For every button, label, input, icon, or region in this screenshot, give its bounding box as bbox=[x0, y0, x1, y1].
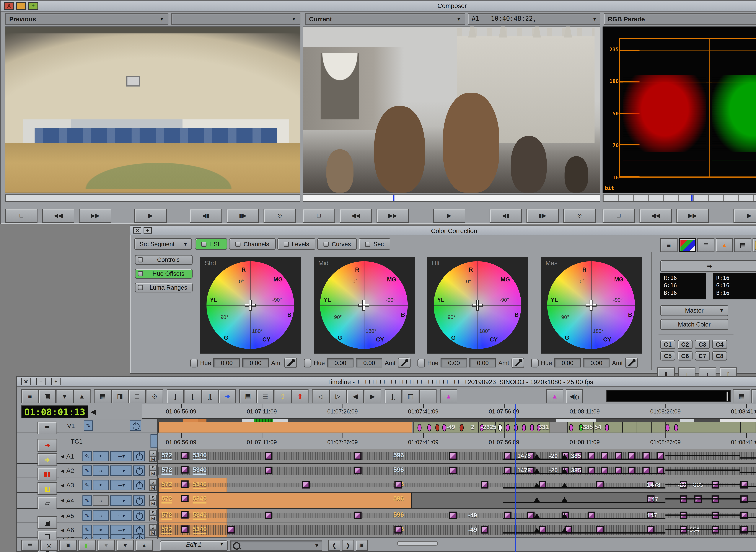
gain-keyframe-icon[interactable] bbox=[181, 495, 189, 503]
volume-automation-line[interactable] bbox=[503, 473, 665, 474]
target-icon[interactable]: ◎ bbox=[40, 540, 57, 551]
keyframe-diamond-icon[interactable] bbox=[418, 424, 422, 431]
keyframe-diamond-icon[interactable] bbox=[665, 424, 669, 431]
track-header-a4[interactable]: ◀A4✎≈·–·▾SM bbox=[59, 493, 158, 508]
automation-keyframe-icon[interactable] bbox=[534, 483, 540, 488]
correction-info-icon[interactable]: ▤ bbox=[734, 238, 751, 252]
correction-c4-button[interactable]: C4 bbox=[712, 340, 727, 349]
trim-icon[interactable]: ][ bbox=[201, 389, 218, 403]
yellow-segment-icon[interactable]: ◧ bbox=[37, 482, 57, 495]
position-indicator[interactable] bbox=[393, 195, 394, 201]
volume-automation-line[interactable] bbox=[740, 457, 756, 458]
solo-button[interactable]: S bbox=[149, 465, 157, 470]
eyedropper-icon[interactable] bbox=[284, 358, 297, 368]
collapse-arrow-icon[interactable]: ◀ bbox=[91, 408, 96, 416]
rewind-button[interactable]: ◀◀ bbox=[639, 209, 672, 223]
correction-c7-button[interactable]: C7 bbox=[695, 351, 710, 361]
monitor-icon[interactable]: ▣ bbox=[37, 516, 57, 529]
wheel-crosshair[interactable] bbox=[586, 300, 596, 310]
hue-wheel-mid[interactable]: MidRMGBCYGYL0°-90°180°90° bbox=[314, 257, 415, 354]
tab-curves[interactable]: Curves bbox=[317, 238, 357, 250]
blank-button[interactable] bbox=[419, 389, 437, 403]
pencil-icon[interactable]: ✎ bbox=[83, 495, 92, 506]
lift-icon[interactable]: ⇧ bbox=[274, 389, 291, 403]
render-icon[interactable]: ▦ bbox=[94, 389, 111, 403]
volume-automation-line[interactable] bbox=[665, 455, 740, 456]
copy-color-arrow-button[interactable]: ➡ bbox=[660, 260, 756, 272]
current-position-bar[interactable] bbox=[303, 194, 600, 202]
close-icon[interactable]: ✕ bbox=[21, 378, 30, 385]
mark-in-icon[interactable]: [ bbox=[184, 389, 201, 403]
mute-button[interactable]: M bbox=[149, 516, 157, 522]
automation-keyframe-icon[interactable] bbox=[534, 454, 540, 458]
wheel-gradient[interactable]: RMGBCYGYL0°-90°180°90° bbox=[320, 261, 408, 349]
play-button[interactable]: ▶ bbox=[733, 209, 756, 223]
tab-sec[interactable]: Sec bbox=[359, 238, 390, 250]
extract-icon[interactable]: ⇧ bbox=[291, 389, 308, 403]
cc-preset-dropdown[interactable]: Src Segment ▼ bbox=[134, 238, 192, 250]
overwrite-arrow-icon[interactable]: ➔ bbox=[37, 453, 57, 466]
amt-value-field[interactable]: 0.00 bbox=[356, 358, 383, 367]
volume-automation-line[interactable] bbox=[665, 529, 740, 530]
gain-keyframe-icon[interactable] bbox=[181, 525, 189, 533]
waveform-icon[interactable]: ≈ bbox=[93, 525, 109, 535]
automation-keyframe-icon[interactable] bbox=[562, 483, 568, 488]
gain-keyframe-icon[interactable] bbox=[354, 512, 362, 519]
track-content-a6[interactable]: 5725340596-49-554 bbox=[158, 523, 756, 537]
track-header-a5[interactable]: ◀A5✎≈·–·▾SM bbox=[59, 509, 158, 523]
previous-monitor-frame[interactable] bbox=[5, 26, 300, 192]
power-icon[interactable] bbox=[130, 420, 141, 431]
gain-keyframe-icon[interactable] bbox=[740, 481, 748, 489]
mark-out-icon[interactable]: ] bbox=[167, 389, 184, 403]
go-to-out-button[interactable]: ▮▶ bbox=[526, 209, 559, 223]
correction-c3-button[interactable]: C3 bbox=[695, 340, 710, 349]
gain-keyframe-icon[interactable] bbox=[481, 526, 488, 534]
eyedropper-icon[interactable] bbox=[625, 358, 638, 368]
prev-icon[interactable]: ❮ bbox=[328, 540, 340, 551]
automation-keyframe-icon[interactable] bbox=[562, 468, 568, 473]
side-tab-controls[interactable]: Controls bbox=[135, 255, 192, 265]
keyframe-icon[interactable]: ·–·▾ bbox=[110, 495, 132, 506]
current-monitor-frame[interactable] bbox=[303, 26, 600, 192]
pencil-icon[interactable]: ✎ bbox=[83, 465, 92, 476]
keyframe-diamond-icon[interactable] bbox=[435, 424, 439, 431]
bars-icon[interactable]: ▤ bbox=[21, 540, 38, 551]
gain-keyframe-icon[interactable] bbox=[740, 512, 748, 519]
go-to-in-button[interactable]: ◀▮ bbox=[190, 209, 222, 223]
frame-box-button[interactable]: □ bbox=[5, 209, 37, 223]
side-tab-luma-ranges[interactable]: Luma Ranges bbox=[135, 283, 192, 292]
composer-titlebar[interactable]: X − + Composer bbox=[1, 1, 756, 11]
timeline-titlebar[interactable]: ✕ − + Timeline - +++++++++++++++++++++++… bbox=[17, 377, 756, 387]
volume-automation-line[interactable] bbox=[740, 531, 756, 533]
track-list-icon[interactable]: ≣ bbox=[37, 422, 57, 434]
maximize-icon[interactable]: + bbox=[144, 227, 152, 234]
gain-keyframe-icon[interactable] bbox=[449, 452, 457, 460]
power-icon[interactable] bbox=[133, 525, 145, 535]
power-icon[interactable] bbox=[133, 451, 145, 461]
hue-enable-button[interactable] bbox=[418, 359, 425, 367]
hue-wheel-hlt[interactable]: HltRMGBCYGYL0°-90°180°90° bbox=[427, 257, 528, 354]
wheel-crosshair[interactable] bbox=[472, 300, 482, 310]
correction-c6-button[interactable]: C6 bbox=[677, 351, 693, 361]
scope-menu[interactable]: RGB Parade▼ bbox=[604, 13, 756, 25]
segment-overwrite-icon[interactable]: ▤ bbox=[239, 389, 257, 403]
correction-c2-button[interactable]: C2 bbox=[677, 340, 693, 349]
eyedropper-icon[interactable] bbox=[398, 358, 411, 368]
rewind-button[interactable]: ◀◀ bbox=[340, 209, 372, 223]
frame-box-button[interactable]: □ bbox=[303, 209, 335, 223]
automation-keyframe-icon[interactable] bbox=[562, 454, 568, 458]
gain-keyframe-icon[interactable] bbox=[449, 512, 457, 519]
match-color-button[interactable]: Match Color bbox=[660, 319, 728, 330]
waveform-icon[interactable]: ≈ bbox=[93, 451, 109, 461]
hue-enable-button[interactable] bbox=[531, 359, 539, 367]
tab-levels[interactable]: Levels bbox=[277, 238, 316, 250]
keyframe-diamond-icon[interactable] bbox=[498, 424, 502, 431]
frame-icon[interactable]: ▣ bbox=[356, 540, 368, 551]
gain-keyframe-icon[interactable] bbox=[302, 481, 310, 489]
rewind-button[interactable]: ◀◀ bbox=[42, 209, 74, 223]
keyframe-icon[interactable]: ·–·▾ bbox=[110, 451, 132, 461]
keyframe-diamond-icon[interactable] bbox=[427, 424, 431, 431]
hue-value-field[interactable]: 0.00 bbox=[327, 358, 353, 367]
amt-value-field[interactable]: 0.00 bbox=[583, 358, 610, 367]
gain-keyframe-icon[interactable] bbox=[181, 480, 189, 488]
